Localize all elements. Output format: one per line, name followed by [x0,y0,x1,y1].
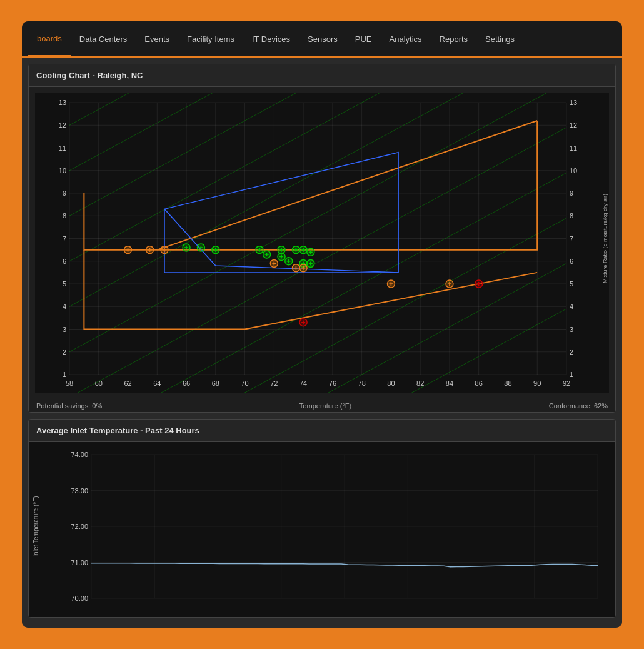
nav-settings[interactable]: Settings [476,21,523,56]
nav-bar: boards Data Centers Events Facility Item… [22,21,622,58]
main-window: boards Data Centers Events Facility Item… [22,21,622,628]
temperature-label: Temperature (°F) [299,402,351,410]
inlet-chart-panel: Average Inlet Temperature - Past 24 Hour… [28,419,616,618]
cooling-chart-footer: Potential savings: 0% Temperature (°F) C… [29,400,615,412]
content-area: Cooling Chart - Raleigh, NC Potential sa… [22,58,622,628]
cooling-chart-panel: Cooling Chart - Raleigh, NC Potential sa… [28,64,616,413]
cooling-chart-title: Cooling Chart - Raleigh, NC [29,64,615,87]
nav-it-devices[interactable]: IT Devices [243,21,299,56]
conformance: Conformance: 62% [549,402,608,410]
cooling-chart-body [29,87,615,400]
nav-sensors[interactable]: Sensors [299,21,346,56]
nav-data-centers[interactable]: Data Centers [71,21,136,56]
nav-pue[interactable]: PUE [346,21,381,56]
nav-analytics[interactable]: Analytics [381,21,431,56]
nav-events[interactable]: Events [136,21,178,56]
potential-savings: Potential savings: 0% [36,402,102,410]
inlet-chart-canvas-container [29,442,615,617]
cooling-chart-canvas-container [35,93,609,393]
inlet-chart-body [29,442,615,617]
nav-boards[interactable]: boards [28,21,71,56]
nav-reports[interactable]: Reports [431,21,477,56]
nav-facility-items[interactable]: Facility Items [178,21,243,56]
inlet-chart-title: Average Inlet Temperature - Past 24 Hour… [29,420,615,442]
